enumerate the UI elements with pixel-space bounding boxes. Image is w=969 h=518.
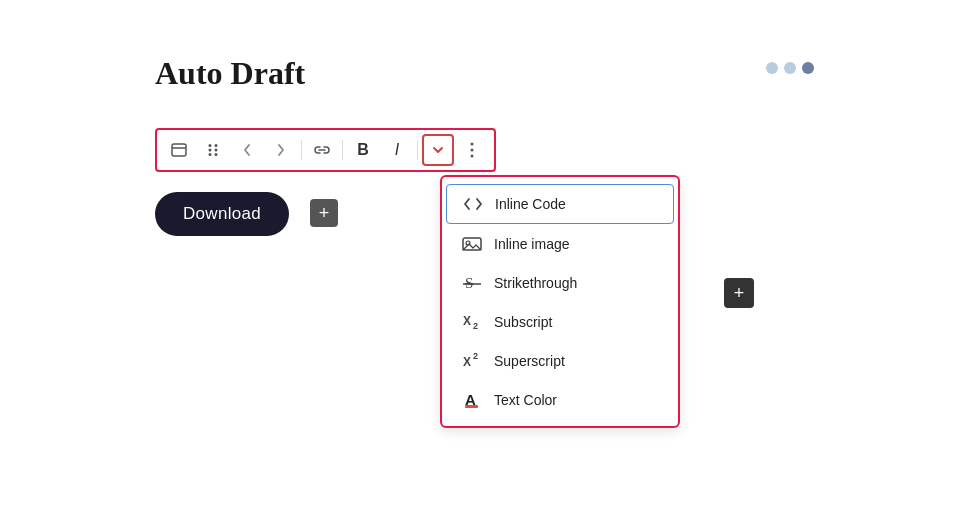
inline-image-icon (462, 234, 482, 254)
drag-icon (207, 143, 219, 157)
add-right-button[interactable]: + (724, 278, 754, 308)
link-icon (313, 143, 331, 157)
divider-1 (301, 140, 302, 160)
svg-point-7 (215, 153, 218, 156)
subscript-icon: X 2 (462, 312, 482, 332)
svg-point-5 (215, 149, 218, 152)
divider-2 (342, 140, 343, 160)
svg-rect-20 (465, 405, 478, 408)
inline-code-label: Inline Code (495, 196, 566, 212)
italic-button[interactable]: I (381, 134, 413, 166)
svg-point-6 (209, 153, 212, 156)
svg-text:S: S (465, 275, 473, 291)
svg-point-2 (209, 144, 212, 147)
more-options-icon (470, 142, 474, 158)
menu-item-text-color[interactable]: A Text Color (446, 381, 674, 419)
dot-2 (784, 62, 796, 74)
page-container: Auto Draft (0, 0, 969, 518)
menu-item-inline-code[interactable]: Inline Code (446, 184, 674, 224)
strikethrough-label: Strikethrough (494, 275, 577, 291)
block-button[interactable] (163, 134, 195, 166)
link-button[interactable] (306, 134, 338, 166)
svg-rect-0 (172, 144, 186, 156)
superscript-label: Superscript (494, 353, 565, 369)
back-button[interactable] (231, 134, 263, 166)
menu-item-superscript[interactable]: X 2 Superscript (446, 342, 674, 380)
superscript-icon: X 2 (462, 351, 482, 371)
more-options-button[interactable] (456, 134, 488, 166)
svg-point-8 (471, 143, 474, 146)
svg-text:2: 2 (473, 321, 478, 330)
page-title: Auto Draft (155, 55, 305, 92)
menu-item-inline-image[interactable]: Inline image (446, 225, 674, 263)
svg-point-4 (209, 149, 212, 152)
dot-1 (766, 62, 778, 74)
back-icon (242, 143, 252, 157)
dot-3 (802, 62, 814, 74)
svg-point-3 (215, 144, 218, 147)
download-button[interactable]: Download (155, 192, 289, 236)
strikethrough-icon: S (462, 273, 482, 293)
top-dots (766, 62, 814, 74)
text-color-icon: A (462, 390, 482, 410)
inline-image-label: Inline image (494, 236, 570, 252)
bold-label: B (357, 141, 369, 159)
svg-point-9 (471, 149, 474, 152)
svg-point-10 (471, 155, 474, 158)
bold-button[interactable]: B (347, 134, 379, 166)
menu-item-subscript[interactable]: X 2 Subscript (446, 303, 674, 341)
forward-button[interactable] (265, 134, 297, 166)
divider-3 (417, 140, 418, 160)
inline-code-icon (463, 194, 483, 214)
svg-text:X: X (463, 355, 471, 369)
chevron-down-icon (432, 143, 444, 157)
drag-button[interactable] (197, 134, 229, 166)
svg-text:2: 2 (473, 353, 478, 361)
block-icon (171, 143, 187, 157)
text-color-label: Text Color (494, 392, 557, 408)
dropdown-menu: Inline Code Inline image S Strikethrou (440, 175, 680, 428)
subscript-label: Subscript (494, 314, 552, 330)
dropdown-button[interactable] (422, 134, 454, 166)
italic-label: I (395, 141, 399, 159)
toolbar: B I (155, 128, 496, 172)
menu-item-strikethrough[interactable]: S Strikethrough (446, 264, 674, 302)
add-block-button[interactable]: + (310, 199, 338, 227)
svg-text:X: X (463, 314, 471, 328)
forward-icon (276, 143, 286, 157)
